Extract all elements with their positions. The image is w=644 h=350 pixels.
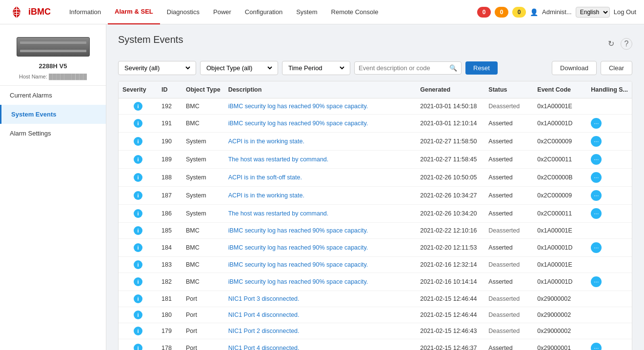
main-content: System Events ↻ ? Severity (all) Critica… xyxy=(106,24,644,350)
col-header-id: ID xyxy=(158,81,182,98)
description-cell: The host was restarted by command. xyxy=(224,151,417,169)
nav-item-alarm-sel[interactable]: Alarm & SEL xyxy=(108,0,160,24)
handling-cell xyxy=(587,257,632,273)
event-code-cell: 0x1A00001E xyxy=(533,223,587,239)
handling-cell: ··· xyxy=(587,187,632,205)
sidebar-item-alarm-settings[interactable]: Alarm Settings xyxy=(0,124,106,143)
handling-cell xyxy=(587,307,632,323)
col-header-generated: Generated xyxy=(416,81,484,98)
id-cell: 186 xyxy=(158,205,182,223)
col-header-status: Status xyxy=(484,81,533,98)
generated-cell: 2021-03-01 14:50:18 xyxy=(416,98,484,115)
server-hostname: Host Name: ██████████ xyxy=(0,74,106,85)
sidebar: 2288H V5 Host Name: ██████████ Current A… xyxy=(0,24,106,350)
severity-filter[interactable]: Severity (all) Critical Major Minor Warn… xyxy=(118,61,196,75)
object-type-select[interactable]: Object Type (all) BMC System Port xyxy=(204,64,274,72)
severity-icon: i xyxy=(134,311,142,319)
description-cell: NIC1 Port 3 disconnected. xyxy=(224,291,417,307)
id-cell: 185 xyxy=(158,223,182,239)
server-graphic xyxy=(17,37,90,57)
sidebar-item-current-alarms[interactable]: Current Alarms xyxy=(0,86,106,105)
severity-icon: i xyxy=(134,191,142,200)
id-cell: 192 xyxy=(158,98,182,115)
severity-cell: i xyxy=(119,307,158,323)
alarm-badge-orange[interactable]: 0 xyxy=(495,7,508,18)
search-box[interactable]: 🔍 xyxy=(354,61,462,75)
severity-select[interactable]: Severity (all) Critical Major Minor Warn… xyxy=(122,64,192,72)
time-period-filter[interactable]: Time Period Last 1 hour Last 24 hours La… xyxy=(282,61,350,75)
object-type-cell: Port xyxy=(182,291,224,307)
handling-cell: ··· xyxy=(587,151,632,169)
download-button[interactable]: Download xyxy=(552,61,597,75)
id-cell: 183 xyxy=(158,257,182,273)
nav-item-system[interactable]: System xyxy=(289,0,324,24)
toolbar: Severity (all) Critical Major Minor Warn… xyxy=(118,61,632,75)
col-header-severity: Severity xyxy=(119,81,158,98)
help-button[interactable]: ? xyxy=(621,38,632,50)
reset-button[interactable]: Reset xyxy=(465,61,498,75)
severity-cell: i xyxy=(119,169,158,187)
status-cell: Asserted xyxy=(484,239,533,257)
search-input[interactable] xyxy=(359,64,447,72)
table-header: Severity ID Object Type Description Gene… xyxy=(119,81,632,98)
severity-icon: i xyxy=(134,226,142,235)
nav-item-diagnostics[interactable]: Diagnostics xyxy=(160,0,206,24)
nav-item-information[interactable]: Information xyxy=(62,0,108,24)
nav-item-power[interactable]: Power xyxy=(206,0,238,24)
more-options-icon[interactable]: ··· xyxy=(591,276,602,287)
generated-cell: 2021-02-27 11:58:50 xyxy=(416,133,484,151)
clear-button[interactable]: Clear xyxy=(601,61,632,75)
table-row: i 185 BMC iBMC security log has reached … xyxy=(119,223,632,239)
sidebar-item-system-events[interactable]: System Events xyxy=(0,105,106,124)
object-type-cell: Port xyxy=(182,307,224,323)
severity-cell: i xyxy=(119,257,158,273)
alarm-badge-yellow[interactable]: 0 xyxy=(512,7,526,18)
generated-cell: 2021-03-01 12:10:14 xyxy=(416,115,484,133)
col-header-description: Description xyxy=(224,81,417,98)
generated-cell: 2021-02-15 12:46:44 xyxy=(416,291,484,307)
more-options-icon[interactable]: ··· xyxy=(591,172,602,183)
description-cell: iBMC security log has reached 90% space … xyxy=(224,223,417,239)
event-code-cell: 0x29000002 xyxy=(533,291,587,307)
status-cell: Asserted xyxy=(484,273,533,291)
logout-button[interactable]: Log Out xyxy=(614,8,636,16)
object-type-cell: BMC xyxy=(182,115,224,133)
object-type-cell: System xyxy=(182,169,224,187)
toolbar-right-actions: Download Clear xyxy=(552,61,632,75)
more-options-icon[interactable]: ··· xyxy=(591,343,602,350)
time-period-select[interactable]: Time Period Last 1 hour Last 24 hours La… xyxy=(286,64,346,72)
handling-cell: ··· xyxy=(587,239,632,257)
object-type-filter[interactable]: Object Type (all) BMC System Port xyxy=(200,61,278,75)
status-cell: Asserted xyxy=(484,169,533,187)
event-code-cell: 0x1A00001E xyxy=(533,98,587,115)
description-cell: ACPI is in the working state. xyxy=(224,187,417,205)
more-options-icon[interactable]: ··· xyxy=(591,242,602,253)
more-options-icon[interactable]: ··· xyxy=(591,190,602,201)
severity-icon: i xyxy=(134,102,142,111)
more-options-icon[interactable]: ··· xyxy=(591,208,602,219)
event-code-cell: 0x29000002 xyxy=(533,323,587,339)
nav-item-remote-console[interactable]: Remote Console xyxy=(324,0,385,24)
language-select[interactable]: English 中文 xyxy=(576,7,610,18)
more-options-icon[interactable]: ··· xyxy=(591,136,602,147)
id-cell: 187 xyxy=(158,187,182,205)
severity-icon: i xyxy=(134,344,142,350)
table-row: i 182 BMC iBMC security log has reached … xyxy=(119,273,632,291)
table-row: i 184 BMC iBMC security log has reached … xyxy=(119,239,632,257)
handling-cell: ··· xyxy=(587,205,632,223)
table-row: i 181 Port NIC1 Port 3 disconnected. 202… xyxy=(119,291,632,307)
object-type-cell: System xyxy=(182,151,224,169)
table-row: i 183 BMC iBMC security log has reached … xyxy=(119,257,632,273)
refresh-button[interactable]: ↻ xyxy=(605,38,617,50)
generated-cell: 2021-02-22 12:10:16 xyxy=(416,223,484,239)
event-code-cell: 0x2C00000B xyxy=(533,169,587,187)
alarm-badge-red[interactable]: 0 xyxy=(477,7,491,18)
table-row: i 189 System The host was restarted by c… xyxy=(119,151,632,169)
severity-icon: i xyxy=(134,155,142,164)
more-options-icon[interactable]: ··· xyxy=(591,118,602,129)
search-icon: 🔍 xyxy=(449,64,457,72)
more-options-icon[interactable]: ··· xyxy=(591,154,602,165)
nav-links: Information Alarm & SEL Diagnostics Powe… xyxy=(62,0,477,24)
nav-item-configuration[interactable]: Configuration xyxy=(238,0,289,24)
top-navigation: iBMC Information Alarm & SEL Diagnostics… xyxy=(0,0,644,24)
